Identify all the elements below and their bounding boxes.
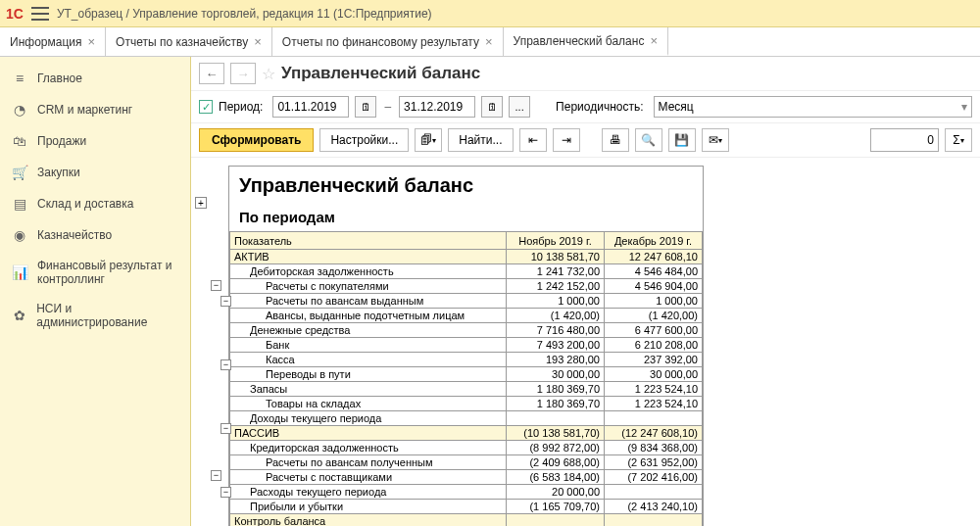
tree-toggle[interactable]: − <box>220 296 231 307</box>
table-row[interactable]: Касса193 280,00237 392,00 <box>230 353 703 367</box>
footer-label: Контроль баланса <box>230 514 507 527</box>
sidebar-item-label: НСИ и администрирование <box>36 302 178 329</box>
expand-all-toggle[interactable]: + <box>195 197 207 209</box>
settings-button[interactable]: Настройки... <box>319 128 409 152</box>
sidebar-item-home[interactable]: ≡Главное <box>0 63 190 94</box>
row-label: Авансы, выданные подотчетным лицам <box>230 309 507 323</box>
table-row[interactable]: Расчеты по авансам выданным1 000,001 000… <box>230 294 703 309</box>
table-row[interactable]: Расчеты с поставщиками(6 583 184,00)(7 2… <box>230 470 703 485</box>
nav-forward-button[interactable]: → <box>230 63 256 84</box>
sidebar-item-money[interactable]: ◉Казначейство <box>0 219 190 251</box>
period-checkbox[interactable]: ✓ <box>199 100 213 114</box>
row-value-1: 1 241 732,00 <box>507 264 605 279</box>
table-row[interactable]: АКТИВ10 138 581,7012 247 608,10 <box>230 250 703 264</box>
main-menu-icon[interactable] <box>31 7 49 21</box>
tree-toggle[interactable]: − <box>211 280 221 291</box>
row-value-1: (1 420,00) <box>507 309 605 323</box>
row-label: Банк <box>230 338 507 353</box>
sum-button[interactable]: Σ▾ <box>945 128 972 152</box>
sidebar-item-cart[interactable]: 🛒Закупки <box>0 157 190 188</box>
row-value-1: 20 000,00 <box>507 485 605 500</box>
period-to-input[interactable] <box>399 96 475 118</box>
table-row[interactable]: Дебиторская задолженность1 241 732,004 5… <box>230 264 703 279</box>
row-label: Переводы в пути <box>230 367 507 382</box>
table-row[interactable]: Товары на складах1 180 369,701 223 524,1… <box>230 397 703 411</box>
sidebar-item-chart[interactable]: 📊Финансовый результат и контроллинг <box>0 251 190 294</box>
gear-icon: ✿ <box>12 308 26 323</box>
close-icon[interactable]: × <box>650 33 658 48</box>
close-icon[interactable]: × <box>254 34 262 49</box>
find-button[interactable]: Найти... <box>448 128 513 152</box>
sidebar-item-crm[interactable]: ◔CRM и маркетинг <box>0 94 190 125</box>
save-button[interactable]: 💾 <box>668 128 696 152</box>
table-row[interactable]: Запасы1 180 369,701 223 524,10 <box>230 382 703 397</box>
expand-groups-button[interactable]: ⇥ <box>553 128 580 152</box>
chart-icon: 📊 <box>12 264 27 280</box>
table-row[interactable]: Кредиторская задолженность(8 992 872,00)… <box>230 441 703 455</box>
calendar-from-icon[interactable]: 🗓 <box>355 96 376 118</box>
close-icon[interactable]: × <box>485 34 493 49</box>
favorite-star-icon[interactable]: ☆ <box>262 65 275 83</box>
tab-3[interactable]: Управленческий баланс× <box>504 27 668 56</box>
tree-toggle[interactable]: − <box>220 487 231 498</box>
table-row[interactable]: Расходы текущего периода20 000,00 <box>230 485 703 500</box>
sidebar-item-sales[interactable]: 🛍Продажи <box>0 125 190 157</box>
tree-toggle[interactable]: − <box>211 470 221 481</box>
row-value-1: 1 180 369,70 <box>507 397 605 411</box>
sidebar-item-label: Закупки <box>37 166 80 179</box>
row-value-2: 4 546 904,00 <box>605 279 703 294</box>
period-select-button[interactable]: ... <box>509 96 530 118</box>
row-value-1: (2 409 688,00) <box>507 455 605 470</box>
row-value-1: (10 138 581,70) <box>507 426 605 441</box>
table-row[interactable]: Прибыли и убытки(1 165 709,70)(2 413 240… <box>230 500 703 514</box>
sidebar-item-label: CRM и маркетинг <box>37 103 132 117</box>
row-value-2: 1 223 524,10 <box>605 397 703 411</box>
close-icon[interactable]: × <box>87 34 95 49</box>
tree-toggle[interactable]: − <box>220 359 231 370</box>
calendar-to-icon[interactable]: 🗓 <box>481 96 503 118</box>
table-row[interactable]: Расчеты с покупателями1 242 152,004 546 … <box>230 279 703 294</box>
preview-button[interactable]: 🔍 <box>635 128 662 152</box>
sidebar-item-stock[interactable]: ▤Склад и доставка <box>0 188 190 219</box>
toolbar: Сформировать Настройки... 🗐▾ Найти... ⇤ … <box>191 123 980 158</box>
periodicity-select[interactable]: Месяц ▾ <box>654 96 972 118</box>
row-value-2: 30 000,00 <box>605 367 703 382</box>
row-value-1: 193 280,00 <box>507 353 605 367</box>
report-title: Управленческий баланс <box>229 167 703 199</box>
counter-input[interactable] <box>870 128 939 152</box>
form-report-button[interactable]: Сформировать <box>199 128 314 152</box>
email-button[interactable]: ✉▾ <box>702 128 729 152</box>
tab-0[interactable]: Информация× <box>0 27 106 56</box>
table-row[interactable]: Авансы, выданные подотчетным лицам(1 420… <box>230 309 703 323</box>
period-dash: – <box>382 100 393 114</box>
table-row[interactable]: ПАССИВ(10 138 581,70)(12 247 608,10) <box>230 426 703 441</box>
nav-back-button[interactable]: ← <box>199 63 224 84</box>
row-value-1: 1 000,00 <box>507 294 605 309</box>
report-wrap: Управленческий баланс По периодам Показа… <box>228 166 704 526</box>
table-row[interactable]: Банк7 493 200,006 210 208,00 <box>230 338 703 353</box>
table-row[interactable]: Доходы текущего периода <box>230 411 703 426</box>
tree-toggle[interactable]: − <box>220 423 231 434</box>
period-row: ✓ Период: 🗓 – 🗓 ... Периодичность: Месяц… <box>191 91 980 123</box>
row-value-1: 10 138 581,70 <box>507 250 605 264</box>
sidebar-item-gear[interactable]: ✿НСИ и администрирование <box>0 294 190 337</box>
row-label: Касса <box>230 353 507 367</box>
tab-2[interactable]: Отчеты по финансовому результату× <box>272 27 504 56</box>
table-row[interactable]: Расчеты по авансам полученным(2 409 688,… <box>230 455 703 470</box>
row-label: Расчеты по авансам полученным <box>230 455 507 470</box>
report-header-row: ← → ☆ Управленческий баланс <box>191 57 980 91</box>
variants-button[interactable]: 🗐▾ <box>415 128 442 152</box>
money-icon: ◉ <box>12 227 27 243</box>
chevron-down-icon: ▾ <box>961 100 967 114</box>
table-row[interactable]: Переводы в пути30 000,0030 000,00 <box>230 367 703 382</box>
collapse-groups-button[interactable]: ⇤ <box>519 128 547 152</box>
row-value-2: (1 420,00) <box>605 309 703 323</box>
period-from-input[interactable] <box>272 96 349 118</box>
tab-1[interactable]: Отчеты по казначейству× <box>106 27 272 56</box>
sidebar-item-label: Главное <box>37 72 82 85</box>
row-label: Расчеты с поставщиками <box>230 470 507 485</box>
row-value-2: 1 000,00 <box>605 294 703 309</box>
row-label: Расчеты по авансам выданным <box>230 294 507 309</box>
table-row[interactable]: Денежные средства7 716 480,006 477 600,0… <box>230 323 703 338</box>
print-button[interactable]: 🖶 <box>602 128 629 152</box>
